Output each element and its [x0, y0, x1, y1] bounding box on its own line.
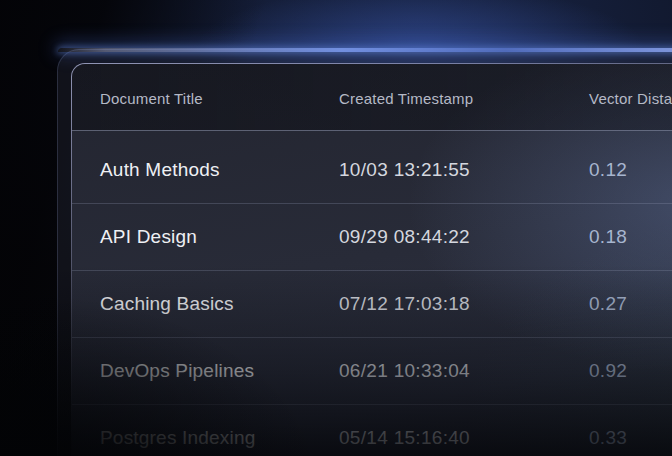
table-row[interactable]: DevOps Pipelines 06/21 10:33:04 0.92: [72, 338, 672, 405]
document-title-cell: Postgres Indexing: [100, 427, 339, 449]
vector-distance-cell: 0.92: [589, 360, 672, 382]
table-panel-border: Document Title Created Timestamp Vector …: [71, 63, 672, 456]
created-timestamp-cell: 09/29 08:44:22: [339, 226, 589, 248]
vector-distance-cell: 0.12: [589, 159, 672, 181]
documents-table: Document Title Created Timestamp Vector …: [72, 64, 672, 456]
table-card: Document Title Created Timestamp Vector …: [57, 49, 672, 456]
card-top-edge-glow: [58, 48, 672, 52]
table-row[interactable]: Caching Basics 07/12 17:03:18 0.27: [72, 271, 672, 338]
document-title-cell: Caching Basics: [100, 293, 339, 315]
column-header-document-title: Document Title: [100, 90, 339, 107]
vector-distance-cell: 0.18: [589, 226, 672, 248]
column-header-vector-distance: Vector Distance: [589, 90, 672, 107]
table-row[interactable]: API Design 09/29 08:44:22 0.18: [72, 204, 672, 271]
document-title-cell: DevOps Pipelines: [100, 360, 339, 382]
document-title-cell: Auth Methods: [100, 159, 339, 181]
vector-distance-cell: 0.33: [589, 427, 672, 449]
table-row[interactable]: Postgres Indexing 05/14 15:16:40 0.33: [72, 405, 672, 456]
vector-distance-cell: 0.27: [589, 293, 672, 315]
created-timestamp-cell: 05/14 15:16:40: [339, 427, 589, 449]
table-header-row: Document Title Created Timestamp Vector …: [72, 64, 672, 131]
created-timestamp-cell: 10/03 13:21:55: [339, 159, 589, 181]
document-title-cell: API Design: [100, 226, 339, 248]
table-body: Auth Methods 10/03 13:21:55 0.12 API Des…: [72, 131, 672, 456]
table-row[interactable]: Auth Methods 10/03 13:21:55 0.12: [72, 137, 672, 204]
created-timestamp-cell: 07/12 17:03:18: [339, 293, 589, 315]
column-header-created-timestamp: Created Timestamp: [339, 90, 589, 107]
hero-background: Document Title Created Timestamp Vector …: [0, 0, 672, 456]
created-timestamp-cell: 06/21 10:33:04: [339, 360, 589, 382]
